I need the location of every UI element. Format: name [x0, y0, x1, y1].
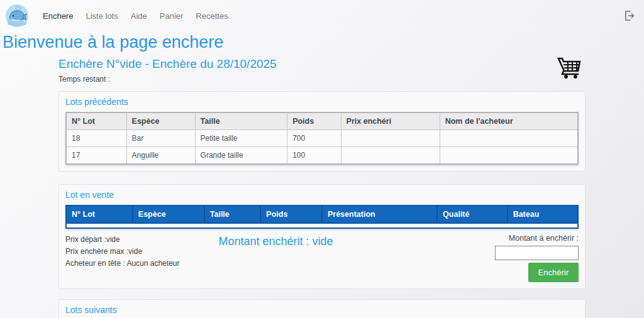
cell-weight: 700 — [287, 130, 341, 147]
page-title: Bienvenue à la page enchere — [3, 33, 644, 52]
start-price-label: Prix départ :vide — [65, 234, 179, 246]
whale-logo[interactable] — [5, 4, 29, 28]
cell-size: Grande taille — [195, 147, 287, 165]
bid-button[interactable]: Enchérir — [528, 263, 579, 282]
leading-buyer-label: Acheteur en tête : Aucun acheteur — [65, 258, 179, 270]
column-header: Qualité — [437, 206, 508, 223]
max-bid-label: Prix enchère max :vide — [65, 246, 179, 258]
bid-amount-display: Montant enchérit : vide — [218, 234, 333, 282]
next-lots-title: Lots suivants — [65, 305, 579, 315]
current-lot-title: Lot en vente — [65, 190, 579, 200]
current-lot-header-row: N° Lot Espèce Taille Poids Présentation … — [66, 206, 578, 223]
top-navbar: Enchere Liste lots Aide Panier Recettes — [0, 0, 644, 31]
bid-area: Prix départ :vide Prix enchère max :vide… — [65, 234, 579, 282]
nav-item-recettes[interactable]: Recettes — [189, 8, 234, 25]
column-header: Prix enchéri — [341, 112, 440, 130]
table-row: 18 Bar Petite taille 700 — [66, 130, 578, 147]
nav-item-enchere[interactable]: Enchere — [36, 8, 79, 25]
column-header: Poids — [260, 206, 322, 223]
cell-lot-number: 17 — [66, 147, 126, 165]
bid-form: Montant à enchérir : Enchérir — [434, 234, 579, 282]
previous-lots-table: N° Lot Espèce Taille Poids Prix enchéri … — [65, 112, 579, 165]
time-remaining-label: Temps restant : — [58, 75, 277, 84]
column-header: Poids — [287, 112, 341, 130]
table-row: 17 Anguille Grande taille 100 — [66, 147, 578, 165]
column-header: N° Lot — [66, 206, 133, 223]
column-header: Taille — [195, 112, 287, 130]
cart-icon — [557, 56, 583, 80]
column-header: Bateau — [508, 206, 578, 223]
cell-buyer-name — [440, 147, 578, 165]
previous-lots-panel: Lots précédents N° Lot Espèce Taille Poi… — [58, 91, 586, 172]
cell-buyer-name — [440, 130, 578, 147]
column-header: Taille — [204, 206, 261, 223]
column-header: N° Lot — [66, 112, 126, 130]
whale-logo-icon — [5, 4, 29, 28]
cell-size: Petite taille — [195, 130, 287, 147]
current-lot-panel: Lot en vente N° Lot Espèce Taille Poids … — [58, 184, 586, 289]
column-header: Nom de l'acheteur — [440, 112, 578, 130]
nav-item-panier[interactable]: Panier — [153, 8, 190, 25]
previous-lots-title: Lots précédents — [65, 97, 579, 107]
nav-item-liste-lots[interactable]: Liste lots — [79, 8, 124, 25]
bid-amount-input[interactable] — [495, 246, 579, 260]
empty-row — [66, 223, 578, 228]
current-lot-table: N° Lot Espèce Taille Poids Présentation … — [65, 205, 579, 229]
main-content: Enchère N°vide - Enchère du 28/10/2025 T… — [58, 55, 586, 318]
cell-bid-price — [341, 147, 440, 165]
logout-icon — [623, 9, 635, 22]
auction-title: Enchère N°vide - Enchère du 28/10/2025 — [58, 57, 277, 71]
column-header: Espèce — [133, 206, 204, 223]
nav-item-aide[interactable]: Aide — [125, 8, 153, 25]
cell-bid-price — [341, 130, 440, 147]
previous-lots-header-row: N° Lot Espèce Taille Poids Prix enchéri … — [66, 112, 578, 130]
cell-lot-number: 18 — [66, 130, 126, 147]
column-header: Espèce — [126, 112, 195, 130]
column-header: Présentation — [322, 206, 437, 223]
cell-species: Bar — [126, 130, 195, 147]
logout-button[interactable] — [623, 9, 635, 22]
cell-species: Anguille — [126, 147, 195, 165]
next-lots-panel: Lots suivants N° Lot Espèce Taille Prése… — [58, 299, 586, 318]
cell-weight: 100 — [287, 147, 341, 165]
cart-button[interactable] — [557, 56, 583, 82]
bid-input-label: Montant à enchérir : — [434, 234, 579, 243]
